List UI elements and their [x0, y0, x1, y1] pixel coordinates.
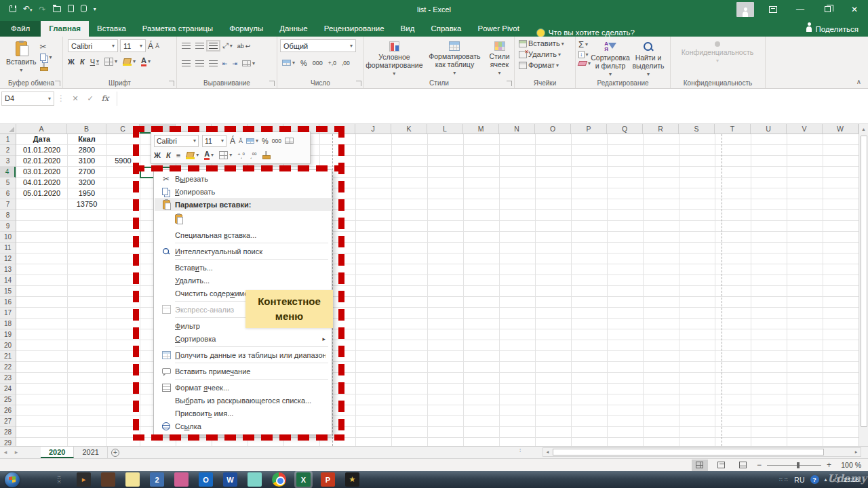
- help-badge-icon[interactable]: ?: [810, 475, 819, 484]
- zoom-level[interactable]: 100 %: [837, 461, 861, 469]
- paste-button[interactable]: Вставить▾: [3, 39, 40, 75]
- avatar[interactable]: [736, 2, 754, 17]
- show-hidden-icons[interactable]: ▴: [825, 476, 827, 483]
- conditional-formatting-button[interactable]: Условное форматирование▾: [365, 39, 423, 79]
- cell-grid[interactable]: ДатаКкал01.01.2020280002.01.202031005900…: [16, 134, 859, 446]
- align-top-icon[interactable]: [182, 43, 191, 49]
- delete-cells-button[interactable]: Удалить▾: [519, 50, 572, 58]
- mini-align-center-button[interactable]: ≡: [176, 151, 180, 159]
- column-header-W[interactable]: W: [823, 124, 859, 134]
- taskbar-icon-app-pink[interactable]: [174, 472, 189, 487]
- menu-item-копировать[interactable]: Копировать: [155, 185, 331, 198]
- select-all-corner[interactable]: [0, 124, 16, 134]
- menu-item-вставить-[interactable]: Вставить...: [155, 261, 331, 274]
- tab-Вид[interactable]: Вид: [393, 21, 423, 37]
- column-header-J[interactable]: J: [355, 124, 391, 134]
- horizontal-scroll-thumb[interactable]: [553, 449, 824, 455]
- number-format-select[interactable]: Общий▾: [280, 39, 356, 52]
- undo-icon[interactable]: ↶▾: [23, 5, 33, 14]
- menu-item-специальная-вставка-[interactable]: Специальная вставка...: [155, 228, 331, 241]
- row-header-5[interactable]: 5: [0, 178, 16, 188]
- open-icon[interactable]: [53, 5, 61, 14]
- column-header-K[interactable]: K: [391, 124, 427, 134]
- cell-A6[interactable]: 05.01.2020: [16, 188, 67, 199]
- tell-me-box[interactable]: Что вы хотите сделать?: [537, 28, 635, 37]
- cell-B3[interactable]: 3100: [67, 156, 106, 167]
- format-cells-button[interactable]: Формат▾: [519, 61, 572, 69]
- vertical-scrollbar[interactable]: ▲: [859, 124, 868, 446]
- grow-font-button[interactable]: А́: [148, 41, 153, 51]
- number-dialog-launcher[interactable]: [356, 81, 361, 86]
- fill-button[interactable]: ↓▾: [578, 51, 591, 58]
- taskbar-icon-powerpoint[interactable]: P: [321, 472, 335, 487]
- mini-bold-button[interactable]: Ж: [154, 151, 161, 159]
- wrap-text-button[interactable]: ab↩: [237, 43, 251, 49]
- mini-shrink-font-button[interactable]: А̌: [239, 138, 243, 144]
- name-box[interactable]: D4▾: [1, 92, 54, 106]
- cancel-icon[interactable]: ✕: [68, 94, 83, 103]
- percent-style-button[interactable]: %: [300, 59, 307, 67]
- mini-decrease-decimal-button[interactable]: ͵⁰⁰: [250, 152, 257, 159]
- mini-fill-color-button[interactable]: ▾: [186, 151, 199, 159]
- cell-styles-button[interactable]: Стили ячеек▾: [486, 39, 513, 79]
- column-header-N[interactable]: N: [499, 124, 535, 134]
- font-color-button[interactable]: A▾: [141, 57, 151, 66]
- taskbar-icon-excel[interactable]: X: [296, 472, 311, 487]
- tab-Справка[interactable]: Справка: [422, 21, 469, 37]
- enter-icon[interactable]: ✓: [83, 94, 98, 103]
- column-header-O[interactable]: O: [535, 124, 571, 134]
- taskbar-icon-outlook[interactable]: O: [199, 472, 213, 487]
- start-button[interactable]: [5, 472, 20, 487]
- align-right-icon[interactable]: [209, 60, 218, 66]
- cell-B7[interactable]: 13750: [67, 199, 106, 210]
- row-header-13[interactable]: 13: [0, 264, 16, 275]
- row-header-9[interactable]: 9: [0, 221, 16, 232]
- cell-B6[interactable]: 1950: [67, 188, 106, 199]
- touch-mode-icon[interactable]: [81, 5, 87, 14]
- menu-item-получить-данные-из-таблицы-или-диапазона-[interactable]: Получить данные из таблицы или диапазона…: [155, 348, 331, 361]
- sheet-tab-2020[interactable]: 2020: [41, 447, 74, 458]
- decrease-decimal-button[interactable]: ,00: [342, 60, 350, 66]
- row-header-20[interactable]: 20: [0, 340, 16, 351]
- new-document-icon[interactable]: [68, 5, 74, 14]
- ribbon-display-options-button[interactable]: [760, 0, 787, 18]
- row-header-23[interactable]: 23: [0, 373, 16, 384]
- taskbar-icon-word[interactable]: W: [223, 472, 237, 487]
- normal-view-button[interactable]: [692, 460, 708, 471]
- cell-A5[interactable]: 04.01.2020: [16, 178, 67, 188]
- tab-Разметка страницы[interactable]: Разметка страницы: [134, 21, 221, 37]
- scroll-right-icon[interactable]: ▸: [852, 449, 861, 455]
- row-header-24[interactable]: 24: [0, 384, 16, 394]
- align-left-icon[interactable]: [182, 60, 191, 66]
- font-size-select[interactable]: 11▾: [120, 39, 146, 52]
- row-header-11[interactable]: 11: [0, 243, 16, 253]
- page-layout-view-button[interactable]: [713, 460, 730, 471]
- row-header-3[interactable]: 3: [0, 156, 16, 167]
- column-header-B[interactable]: B: [67, 124, 106, 134]
- insert-function-icon[interactable]: fx: [98, 94, 113, 103]
- tab-file[interactable]: Файл: [0, 21, 41, 37]
- menu-item-интеллектуальный-поиск[interactable]: Интеллектуальный поиск: [155, 245, 331, 258]
- vertical-scroll-thumb[interactable]: [861, 136, 867, 427]
- row-header-10[interactable]: 10: [0, 232, 16, 243]
- taskbar-icon-sticky-notes[interactable]: [125, 472, 140, 487]
- column-header-V[interactable]: V: [787, 124, 823, 134]
- menu-item-вырезать[interactable]: ✂Вырезать: [155, 172, 331, 185]
- cell-A1[interactable]: Дата: [16, 134, 67, 145]
- row-header-21[interactable]: 21: [0, 351, 16, 362]
- menu-item-параметры-вставки-[interactable]: Параметры вставки:: [155, 198, 331, 211]
- format-painter-button[interactable]: [40, 63, 52, 71]
- menu-item-ссылка[interactable]: Ссылка: [155, 420, 331, 432]
- zoom-slider-thumb[interactable]: [797, 462, 800, 468]
- redo-icon[interactable]: ↷: [39, 5, 46, 14]
- taskbar-icon-app-star[interactable]: ★: [345, 472, 359, 487]
- customize-qat-icon[interactable]: ▾: [94, 5, 96, 14]
- row-header-6[interactable]: 6: [0, 188, 16, 199]
- zoom-out-button[interactable]: −: [757, 460, 762, 470]
- menu-item-формат-ячеек-[interactable]: Формат ячеек...: [155, 381, 331, 394]
- column-header-L[interactable]: L: [427, 124, 463, 134]
- bold-button[interactable]: Ж: [68, 58, 75, 66]
- decrease-indent-icon[interactable]: ⇤: [222, 60, 228, 67]
- column-header-U[interactable]: U: [751, 124, 787, 134]
- row-header-4[interactable]: 4: [0, 167, 16, 178]
